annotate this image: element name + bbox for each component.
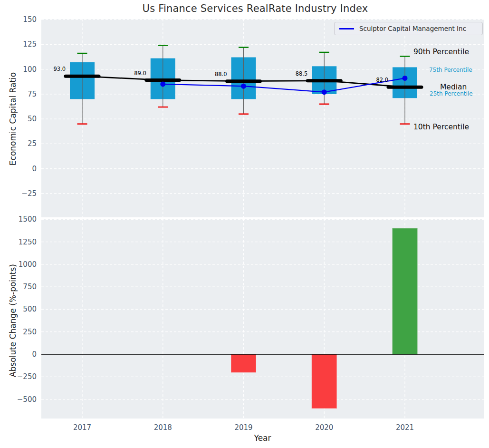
ytick-bottom-0: 0 <box>32 350 37 359</box>
series-point-2021 <box>403 76 408 81</box>
xtick-2017: 2017 <box>73 423 91 432</box>
bar-2020 <box>312 354 336 408</box>
legend: Sculptor Capital Management Inc <box>334 22 483 35</box>
annotation-p10: 10th Percentile <box>413 123 469 131</box>
series-point-2018 <box>160 81 165 87</box>
ytick-bottom-1500: 1500 <box>19 215 37 224</box>
bar-2019 <box>231 354 256 372</box>
annotation-p90: 90th Percentile <box>413 48 469 56</box>
x-axis-label: Year <box>41 433 484 443</box>
ytick-top-50: 50 <box>28 115 37 123</box>
annotation-p75: 75th Percentile <box>429 67 472 73</box>
y-axis-label-top: Economic Capital Ratio <box>8 72 18 166</box>
median-value-label-2019: 88.0 <box>215 71 227 78</box>
xtick-2018: 2018 <box>154 423 172 432</box>
ytick-top-100: 100 <box>23 65 37 74</box>
legend-line-swatch <box>339 28 354 29</box>
ytick-top--25: −25 <box>21 189 37 198</box>
ytick-top-150: 150 <box>23 15 37 24</box>
xtick-2019: 2019 <box>234 423 252 432</box>
chart-canvas: 93.089.088.088.582.090th Percentile75th … <box>0 0 489 448</box>
ytick-top-25: 25 <box>28 139 37 148</box>
xtick-2020: 2020 <box>315 423 333 432</box>
median-value-label-2017: 93.0 <box>53 66 66 72</box>
figure: Us Finance Services RealRate Industry In… <box>0 0 489 448</box>
ytick-bottom-250: 250 <box>23 328 37 336</box>
ytick-top-75: 75 <box>28 90 37 98</box>
median-value-label-2020: 88.5 <box>296 70 308 77</box>
series-point-2020 <box>322 89 327 95</box>
series-point-2019 <box>241 84 246 89</box>
median-value-label-2018: 89.0 <box>134 70 146 77</box>
ytick-bottom--250: −250 <box>17 372 37 381</box>
ytick-top-0: 0 <box>32 165 37 173</box>
xtick-2021: 2021 <box>396 423 414 432</box>
bar-2021 <box>393 228 417 354</box>
annotation-p25: 25th Percentile <box>430 90 473 97</box>
ytick-top-125: 125 <box>23 40 37 49</box>
ytick-bottom-1000: 1000 <box>19 260 37 269</box>
legend-label: Sculptor Capital Management Inc <box>359 25 466 32</box>
ytick-bottom-500: 500 <box>23 305 37 313</box>
median-value-label-2021: 82.0 <box>376 77 388 83</box>
ytick-bottom--500: −500 <box>17 395 37 404</box>
y-axis-label-bottom: Absolute Change (%-points) <box>8 264 18 377</box>
ytick-bottom-1250: 1250 <box>19 238 37 246</box>
ytick-bottom-750: 750 <box>23 282 37 291</box>
